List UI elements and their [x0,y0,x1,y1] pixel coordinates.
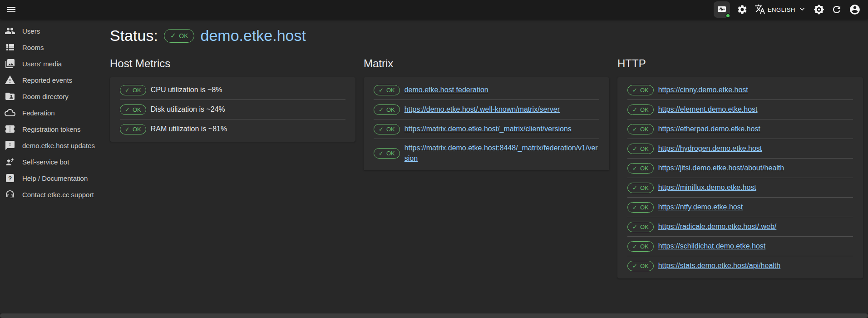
check-icon: ✓ [632,146,637,152]
check-row: ✓OKhttps://matrix.demo.etke.host/_matrix… [364,119,609,139]
account-icon[interactable] [849,4,861,15]
check-row: ✓OKdemo.etke.host federation [364,80,609,99]
people-icon [5,25,15,36]
help-icon: ? [5,173,15,184]
check-row: ✓OKhttps://hydrogen.demo.etke.host [617,139,863,158]
ok-badge-label: OK [640,204,649,211]
monitoring-status-icon[interactable] [714,1,730,18]
ok-badge-label: OK [133,106,141,113]
view-list-icon [5,42,15,53]
theme-brightness-icon[interactable] [814,4,824,15]
check-link[interactable]: https://etherpad.demo.etke.host [658,124,760,134]
ok-badge-label: OK [640,263,649,269]
ok-badge: ✓OK [374,85,400,95]
check-link[interactable]: demo.etke.host federation [404,84,488,95]
check-link[interactable]: https://matrix.demo.etke.host:8448/_matr… [404,143,599,164]
section-title: HTTP [617,56,863,71]
sidebar-item-rooms[interactable]: Rooms [0,39,110,55]
main-content: Status: ✓ OK demo.etke.host Host Metrics… [110,19,868,278]
ok-badge: ✓OK [627,85,654,95]
check-row: ✓OKhttps://matrix.demo.etke.host:8448/_m… [364,139,609,167]
check-link[interactable]: https://miniflux.demo.etke.host [658,182,756,193]
support-agent-icon [5,189,15,200]
check-icon: ✓ [632,224,637,230]
http-card: ✓OKhttps://cinny.demo.etke.host✓OKhttps:… [617,77,863,278]
horizontal-scrollbar-thumb[interactable] [0,313,868,318]
check-link[interactable]: https://matrix.demo.etke.host/_matrix/cl… [404,124,572,134]
sidebar-item-room-directory[interactable]: Room directory [0,88,110,104]
server-status-page: ENGLISH UsersRoomsUsers' mediaReported [0,0,868,318]
sidebar-item-demo-etke-host-updates[interactable]: demo.etke.host updates [0,137,110,154]
check-icon: ✓ [632,204,637,210]
check-icon: ✓ [379,126,384,132]
check-link[interactable]: https://hydrogen.demo.etke.host [658,143,762,154]
ok-badge: ✓OK [120,104,146,115]
check-link[interactable]: https://element.demo.etke.host [658,104,758,114]
check-icon: ✓ [632,243,637,249]
sidebar-item-self-service-bot[interactable]: Self-service bot [0,154,110,170]
translate-icon [755,4,765,16]
refresh-icon[interactable] [831,4,842,15]
section-title: Host Metrics [110,56,355,71]
ok-badge-label: OK [386,106,395,113]
check-row: ✓OKhttps://jitsi.demo.etke.host/about/he… [617,159,863,178]
sidebar-item-contact-etke-cc-support[interactable]: Contact etke.cc support [0,186,110,203]
sidebar-item-help-documentation[interactable]: ?Help / Documentation [0,170,110,186]
check-link[interactable]: https://radicale.demo.etke.host/.web/ [658,221,777,232]
announcement-icon [5,140,15,151]
check-row: ✓OKhttps://etherpad.demo.etke.host [617,119,863,139]
check-row: ✓OKhttps://demo.etke.host/.well-known/ma… [364,100,609,119]
check-link[interactable]: https://ntfy.demo.etke.host [658,202,743,212]
check-row: ✓OKhttps://miniflux.demo.etke.host [617,178,863,197]
check-row: ✓OKRAM utilization is ~81% [110,119,355,139]
sidebar-item-label: Contact etke.cc support [22,191,94,199]
check-link[interactable]: https://schildichat.demo.etke.host [658,241,766,251]
settings-gear-icon[interactable] [737,4,748,15]
sidebar-item-label: Reported events [22,76,72,84]
check-icon: ✓ [379,150,384,156]
check-link[interactable]: https://demo.etke.host/.well-known/matri… [404,104,560,114]
language-selector[interactable]: ENGLISH [755,4,807,16]
section-http: HTTP ✓OKhttps://cinny.demo.etke.host✓OKh… [617,56,863,278]
check-icon: ✓ [632,185,637,191]
sidebar-item-label: Rooms [22,44,44,51]
section-matrix: Matrix ✓OKdemo.etke.host federation✓OKht… [364,56,609,278]
status-host-link[interactable]: demo.etke.host [200,27,306,45]
ok-badge-label: OK [640,106,649,113]
sidebar-item-federation[interactable]: Federation [0,104,110,121]
sidebar-item-users[interactable]: Users [0,23,110,39]
check-icon: ✓ [170,32,176,40]
menu-icon[interactable] [5,3,18,16]
sidebar-item-label: Self-service bot [22,158,69,166]
ok-badge-label: OK [640,165,649,172]
host-metrics-card: ✓OKCPU utilization is ~8%✓OKDisk utiliza… [110,77,355,142]
language-label: ENGLISH [768,6,795,13]
check-icon: ✓ [379,87,384,93]
ok-badge: ✓OK [627,124,654,134]
sidebar-item-users-media[interactable]: Users' media [0,55,110,72]
warning-icon [5,75,15,85]
ok-badge: ✓OK [627,241,654,252]
topbar-actions: ENGLISH [714,0,861,19]
sidebar-item-label: Help / Documentation [22,174,88,182]
ok-badge: ✓OK [627,144,654,154]
ok-badge: ✓OK [374,148,400,159]
ok-badge: ✓OK [627,202,654,213]
sidebar-item-registration-tokens[interactable]: Registration tokens [0,121,110,137]
check-link[interactable]: https://cinny.demo.etke.host [658,84,748,95]
check-link[interactable]: https://jitsi.demo.etke.host/about/healt… [658,163,784,173]
section-title: Matrix [364,56,609,71]
topbar: ENGLISH [0,0,868,19]
ok-badge: ✓OK [374,124,400,134]
check-icon: ✓ [632,126,637,132]
sidebar-item-label: Users' media [22,60,62,68]
check-icon: ✓ [632,165,637,171]
check-icon: ✓ [632,263,637,269]
check-row: ✓OKhttps://schildichat.demo.etke.host [617,237,863,256]
ok-badge: ✓OK [627,104,654,115]
status-header: Status: ✓ OK demo.etke.host [110,27,868,45]
sidebar-item-reported-events[interactable]: Reported events [0,72,110,88]
check-link[interactable]: https://stats.demo.etke.host/api/health [658,260,781,271]
matrix-card: ✓OKdemo.etke.host federation✓OKhttps://d… [364,77,609,170]
check-row: ✓OKCPU utilization is ~8% [110,80,355,99]
